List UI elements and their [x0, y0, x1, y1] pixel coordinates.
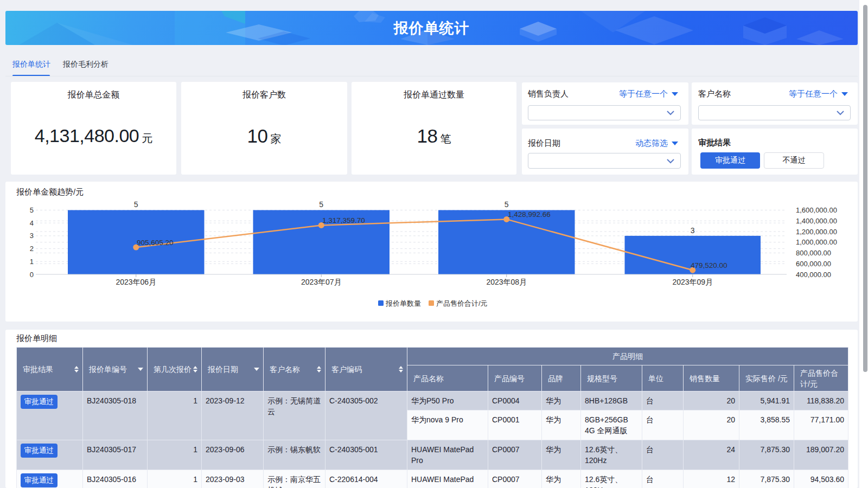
svg-text:600,000.00: 600,000.00	[796, 260, 831, 268]
svg-text:5: 5	[505, 200, 509, 209]
svg-text:1,600,000.00: 1,600,000.00	[796, 206, 837, 214]
svg-text:产品售价合计/元: 产品售价合计/元	[436, 299, 488, 307]
svg-text:4: 4	[30, 219, 34, 227]
svg-text:1,200,000.00: 1,200,000.00	[796, 228, 837, 236]
svg-text:1,428,992.66: 1,428,992.66	[508, 210, 551, 219]
svg-text:报价单数量: 报价单数量	[385, 299, 421, 307]
svg-text:1: 1	[30, 258, 34, 266]
svg-text:1,317,359.70: 1,317,359.70	[322, 216, 365, 224]
svg-text:0: 0	[30, 271, 34, 279]
svg-text:1,000,000.00: 1,000,000.00	[796, 238, 837, 246]
svg-text:3: 3	[691, 226, 695, 235]
svg-text:2023年08月: 2023年08月	[486, 278, 527, 286]
svg-text:2023年06月: 2023年06月	[116, 278, 156, 286]
svg-text:5: 5	[319, 200, 323, 209]
svg-text:479,520.00: 479,520.00	[691, 261, 727, 269]
svg-text:5: 5	[134, 200, 138, 209]
svg-text:2023年07月: 2023年07月	[301, 278, 342, 286]
svg-text:905,605.20: 905,605.20	[137, 239, 174, 247]
svg-text:5: 5	[30, 206, 34, 214]
svg-text:400,000.00: 400,000.00	[796, 271, 831, 279]
svg-text:2: 2	[30, 245, 34, 253]
svg-text:3: 3	[30, 232, 34, 240]
svg-text:1,400,000.00: 1,400,000.00	[796, 217, 837, 225]
svg-text:800,000.00: 800,000.00	[796, 249, 831, 257]
svg-text:2023年09月: 2023年09月	[672, 278, 713, 286]
